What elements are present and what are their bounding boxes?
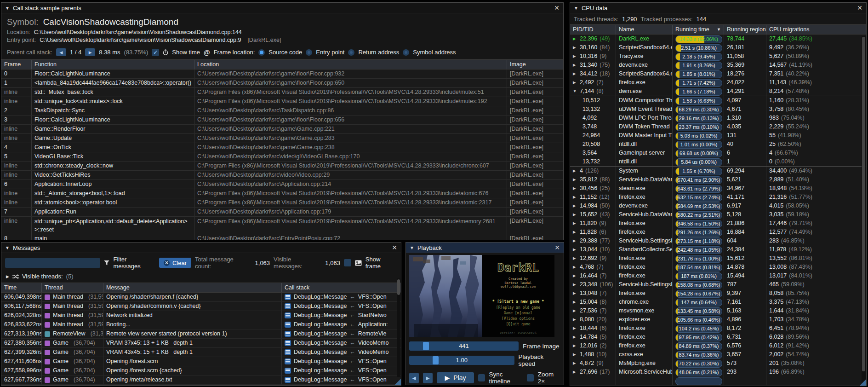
expand-arrow-icon[interactable]: ▶ — [573, 298, 580, 306]
cpu-row[interactable]: ▶4,872(9)MsMpEng.exe70.22 ms (0.30%)5732… — [570, 359, 866, 368]
callstack-row[interactable]: inlinestd::_Mutex_base::lockC:\Program F… — [1, 88, 563, 97]
resize-grip[interactable] — [860, 379, 866, 386]
cpu-row[interactable]: ▶18,444(6)firefox.exe104.2 ms (0.45%)8,1… — [570, 324, 866, 333]
callstack-cell[interactable]: DebugLog::Message←VideoMemo — [282, 339, 401, 347]
callstack-row[interactable]: 8mainC:\Users\wolf\Desktop\darkrl\src\En… — [1, 234, 563, 240]
cpu-row[interactable]: ▶8,080(20)explorer.exe105.66 ms (0.46%)4… — [570, 315, 866, 324]
filter-input[interactable] — [5, 258, 100, 268]
cpu-row[interactable]: ▶15,652(43)ServiceHub.DataWareho580.22 m… — [570, 210, 866, 219]
col-cpu-migrations[interactable]: CPU migrations — [766, 25, 866, 34]
expand-arrow-icon[interactable]: ▶ — [573, 289, 580, 298]
expand-arrow-icon[interactable]: ▶ — [573, 350, 580, 359]
callstack-cell[interactable]: DebugLog::Message←VFS::Open — [282, 293, 401, 301]
callstack-cell[interactable]: DebugLog::Message←StartNetwo — [282, 311, 401, 320]
cpu-row[interactable]: ▶22,396(49)DarkRL.exe14.33 s (62.06%)78,… — [570, 35, 866, 43]
zoom-2x-checkbox[interactable]: ✓ — [527, 374, 534, 381]
callstack-row[interactable]: inlineGame::RenderFloorC:\Users\wolf\Des… — [1, 125, 563, 134]
callstack-list-icon[interactable] — [285, 331, 291, 337]
message-row[interactable]: 627,667,736nsGame(36,704)Opening /meta/r… — [1, 375, 401, 385]
cpu-row[interactable]: ▶27,696(17)Microsoft.ServiceHub.Co48.06 … — [570, 368, 866, 376]
callstack-cell[interactable]: DebugLog::Message←VFS::Open — [282, 366, 401, 375]
cpu-row[interactable]: ▶1,488(10)csrss.exe83.74 ms (0.36%)3,657… — [570, 350, 866, 359]
cpu-row[interactable]: ▶14,784(5)firefox.exe97.95 ms (0.42%)6,7… — [570, 333, 866, 341]
col-frame[interactable]: Frame — [1, 60, 32, 69]
callstack-list-icon[interactable] — [285, 312, 291, 318]
sync-timeline-checkbox[interactable]: ✓ — [478, 374, 485, 381]
expand-arrow-icon[interactable]: ▶ — [573, 78, 580, 87]
callstack-row[interactable]: 2TaskDispatch::SyncC:\Users\wolf\Desktop… — [1, 106, 563, 116]
callstack-row[interactable]: inlinestd::atomic<bool>::operator boolC:… — [1, 198, 563, 208]
callstack-row[interactable]: 3Floor::CalcLightNoLuminanceC:\Users\wol… — [1, 116, 563, 125]
expand-arrow-icon[interactable]: ▶ — [573, 315, 580, 324]
callstack-row[interactable]: inlineGame::UpdateC:\Users\wolf\Desktop\… — [1, 134, 563, 143]
playback-titlebar[interactable]: ▼ Playback ✕ — [406, 243, 564, 253]
callstack-cell[interactable]: DebugLog::Message←RemoteVie — [282, 329, 401, 338]
expand-arrow-icon[interactable]: ▶ — [573, 333, 580, 341]
callstack-row[interactable]: 5VideoGLBase::TickC:\Users\wolf\Desktop\… — [1, 152, 563, 162]
radio-symbol-address[interactable] — [403, 49, 409, 56]
col-pid-tid[interactable]: PID/TID — [570, 25, 616, 34]
cpu-row[interactable]: ▶12,016(2)firefox.exe84.89 ms (0.37%)6,5… — [570, 341, 866, 350]
cpu-row[interactable]: ▶14,984(50)devenv.exe584.69 ms (2.53%)6,… — [570, 202, 866, 210]
cpu-row[interactable]: ▶13,048(7)firefox.exe154.28 ms (0.67%)9,… — [570, 289, 866, 298]
expand-arrow-icon[interactable]: ▶ — [573, 341, 580, 350]
message-row[interactable]: 627,399,326nsGame(36,704)VRAM 43x45: 15 … — [1, 348, 401, 357]
close-icon[interactable]: ✕ — [857, 5, 862, 11]
expand-icon[interactable]: ▶ — [6, 274, 9, 279]
col-running-regions[interactable]: Running regions — [724, 25, 766, 34]
callstack-row[interactable]: inlineVideo::GetTicksHiResC:\Users\wolf\… — [1, 171, 563, 180]
callstack-list-icon[interactable] — [285, 377, 291, 383]
expand-arrow-icon[interactable]: ▶ — [573, 184, 580, 193]
message-row[interactable]: 627,558,996nsGame(36,704)Opening /forest… — [1, 366, 401, 375]
cpu-row[interactable]: ▶13,044(10)StandardCollector.Servic242.4… — [570, 245, 866, 254]
radio-source-code[interactable] — [258, 49, 265, 56]
next-frame-button[interactable]: ▶ — [423, 373, 433, 383]
expand-arrow-icon[interactable]: ▶ — [573, 306, 580, 315]
show-time-checkbox[interactable]: ✓ — [152, 49, 159, 56]
callstack-list-icon[interactable] — [285, 368, 291, 374]
messages-titlebar[interactable]: ▼ Messages ✕ — [1, 243, 401, 253]
show-frame-checkbox[interactable]: ✓ — [344, 259, 351, 266]
callstack-row[interactable]: 4Game::OnTickC:\Users\wolf\Desktop\darkr… — [1, 143, 563, 152]
prev-frame-button[interactable]: ◀ — [409, 373, 419, 383]
col-image[interactable]: Image — [507, 60, 563, 69]
expand-arrow-icon[interactable]: ▶ — [573, 368, 580, 376]
callstack-list-icon[interactable] — [285, 349, 291, 355]
message-row[interactable]: 606,117,568nsMain thread(31,596)Opening … — [1, 302, 401, 311]
radio-entry-point-label[interactable]: Entry point — [316, 49, 344, 56]
radio-return-address-label[interactable]: Return address — [358, 49, 399, 56]
callstack-titlebar[interactable]: ▼ Call stack sample parents ✕ — [1, 3, 563, 13]
cpu-row[interactable]: ▶15,004(8)chrome.exe147 ms (0.64%)7,1613… — [570, 298, 866, 306]
cpu-row[interactable]: ▶12,692(9)firefox.exe231.76 ms (1.00%)15… — [570, 254, 866, 263]
cpu-row[interactable]: ▶16,464(7)firefox.exe187 ms (0.81%)15,49… — [570, 271, 866, 280]
cpu-titlebar[interactable]: ▼ CPU data ✕ — [570, 3, 866, 13]
callstack-row[interactable]: 1<lambda_84a19dc444fae966ca174e83e708bdc… — [1, 79, 563, 88]
callstack-cell[interactable]: DebugLog::Message←VideoMemo — [282, 348, 401, 357]
cpu-row[interactable]: ▶29,388(77)ServiceHub.SettingsHost273.15… — [570, 237, 866, 245]
callstack-row[interactable]: inlinestd::unique_lock<std::mutex>::lock… — [1, 97, 563, 106]
cpu-row[interactable]: ▶30,160(84)ScriptedSandbox64.exe2.51 s (… — [570, 43, 866, 52]
cpu-row[interactable] — [570, 376, 866, 385]
cpu-row[interactable]: ▼7,144(8)dwm.exe1.66 s (7.18%)14,2918,21… — [570, 87, 866, 96]
expand-arrow-icon[interactable]: ▶ — [573, 280, 580, 289]
close-icon[interactable]: ✕ — [554, 5, 560, 11]
message-row[interactable]: 627,380,356nsGame(36,704)VRAM 37x45: 13 … — [1, 339, 401, 348]
col-thread[interactable]: Thread — [42, 283, 103, 292]
frame-image-slider[interactable]: 441 — [409, 341, 519, 351]
expand-arrow-icon[interactable]: ▶ — [573, 167, 580, 175]
radio-return-address[interactable] — [348, 49, 354, 56]
expand-arrow-icon[interactable]: ▶ — [573, 43, 580, 52]
message-row[interactable]: 626,833,622nsMain thread(31,596)Booting.… — [1, 320, 401, 329]
callstack-cell[interactable]: DebugLog::Message←VFS::Open — [282, 357, 401, 366]
cpu-scrollbar[interactable] — [862, 36, 866, 385]
expand-arrow-icon[interactable]: ▶ — [573, 228, 580, 237]
cpu-row[interactable]: ▶31,340(75)devenv.exe1.91 s (8.26%)35,36… — [570, 61, 866, 69]
callstack-list-icon[interactable] — [285, 358, 291, 364]
cpu-row[interactable]: ▶34,412(18)ScriptedSandbox64.exe1.85 s (… — [570, 69, 866, 78]
callstack-cell[interactable]: DebugLog::Message←IntroMenu:: — [282, 385, 401, 386]
next-stack-button[interactable]: ▶ — [85, 48, 95, 56]
playback-speed-slider[interactable]: 1.00 — [409, 356, 514, 365]
callstack-row[interactable]: 6Application::InnerLoopC:\Users\wolf\Des… — [1, 180, 563, 189]
callstack-row[interactable]: inlinestd::unique_ptr<Application,std::d… — [1, 217, 563, 234]
callstack-list-icon[interactable] — [285, 303, 291, 309]
